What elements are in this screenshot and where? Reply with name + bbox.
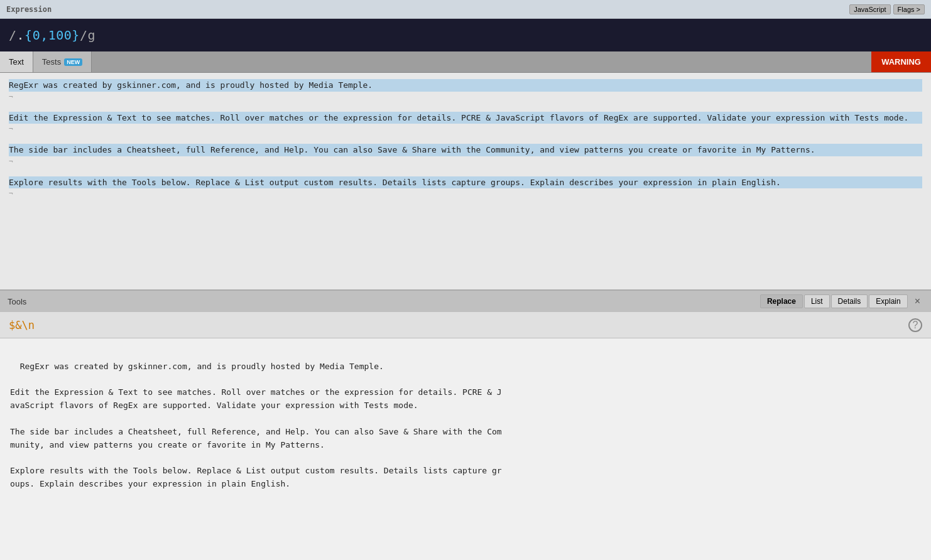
line-group-3: The side bar includes a Cheatsheet, full… bbox=[9, 144, 922, 166]
tab-text-label: Text bbox=[9, 57, 24, 67]
tests-new-badge: NEW bbox=[64, 58, 82, 66]
output-area: RegExr was created by gskinner.com, and … bbox=[0, 338, 931, 560]
regex-dot: . bbox=[17, 28, 25, 43]
line-group-4: Explore results with the Tools below. Re… bbox=[9, 176, 922, 198]
flags-button[interactable]: Flags > bbox=[893, 4, 925, 14]
replace-button[interactable]: Replace bbox=[760, 294, 803, 308]
explain-button[interactable]: Explain bbox=[869, 294, 907, 308]
tools-label: Tools bbox=[8, 297, 26, 306]
line-group-1: RegExr was created by gskinner.com, and … bbox=[9, 79, 922, 101]
text-line-4: Explore results with the Tools below. Re… bbox=[9, 176, 922, 189]
tab-tests[interactable]: Tests NEW bbox=[33, 51, 92, 72]
pilcrow-4: ¬ bbox=[9, 190, 13, 198]
help-icon[interactable]: ? bbox=[908, 318, 922, 332]
expression-label: Expression bbox=[6, 5, 52, 14]
regex-close-delim: / bbox=[80, 28, 88, 43]
warning-button[interactable]: WARNING bbox=[871, 51, 931, 72]
regex-expression: /.{0,100}/g bbox=[9, 28, 95, 43]
tab-tests-label: Tests bbox=[42, 57, 61, 67]
list-button[interactable]: List bbox=[804, 294, 830, 308]
expression-bar: Expression JavaScript Flags > bbox=[0, 0, 931, 19]
tab-bar: Text Tests NEW WARNING bbox=[0, 51, 931, 73]
text-line-2: Edit the Expression & Text to see matche… bbox=[9, 112, 922, 124]
pilcrow-3: ¬ bbox=[9, 158, 13, 166]
pilcrow-1: ¬ bbox=[9, 93, 13, 101]
regex-flag: g bbox=[87, 28, 95, 43]
output-text: RegExr was created by gskinner.com, and … bbox=[10, 362, 502, 488]
tools-buttons: Replace List Details Explain × bbox=[760, 294, 923, 308]
regex-open-delim: / bbox=[9, 28, 17, 43]
regex-quantifier: {0,100} bbox=[24, 28, 80, 43]
text-editor[interactable]: RegExr was created by gskinner.com, and … bbox=[0, 73, 931, 289]
replace-area[interactable]: $&\n ? bbox=[0, 312, 931, 338]
pilcrow-2: ¬ bbox=[9, 125, 13, 133]
text-line-3: The side bar includes a Cheatsheet, full… bbox=[9, 144, 922, 156]
expression-controls: JavaScript Flags > bbox=[849, 4, 925, 14]
javascript-button[interactable]: JavaScript bbox=[849, 4, 890, 14]
regex-bar[interactable]: /.{0,100}/g bbox=[0, 19, 931, 51]
replace-expression: $&\n bbox=[9, 319, 35, 331]
tools-close-button[interactable]: × bbox=[912, 294, 923, 308]
tools-bar: Tools Replace List Details Explain × bbox=[0, 289, 931, 312]
text-line-1: RegExr was created by gskinner.com, and … bbox=[9, 79, 922, 92]
details-button[interactable]: Details bbox=[831, 294, 868, 308]
line-group-2: Edit the Expression & Text to see matche… bbox=[9, 112, 922, 134]
tab-text[interactable]: Text bbox=[0, 51, 33, 72]
